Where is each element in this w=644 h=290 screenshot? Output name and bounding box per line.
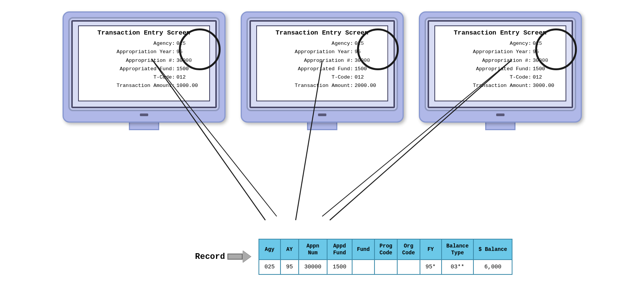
cell-fy: 95*	[420, 260, 442, 274]
monitors-row: Transaction Entry Screen Agency: 025 App…	[0, 0, 644, 130]
field-approp-fund-2: Appropriated Fund: 1500	[261, 65, 384, 73]
col-header-balance: $ Balance	[473, 239, 512, 260]
cell-balance: 6,000	[473, 260, 512, 274]
main-container: Transaction Entry Screen Agency: 025 App…	[0, 0, 644, 290]
col-header-ay: AY	[280, 239, 299, 260]
screen-title-3: Transaction Entry Screen	[439, 29, 562, 36]
monitor-button-2	[318, 113, 326, 116]
cell-appn-num: 30000	[299, 260, 327, 274]
screen-title-2: Transaction Entry Screen	[261, 29, 384, 36]
field-approp-year-1: Appropriation Year: 95	[83, 48, 205, 56]
screen-title-1: Transaction Entry Screen	[83, 29, 205, 36]
record-arrow	[227, 251, 251, 263]
monitor-stand-3	[485, 123, 516, 130]
field-agency-1: Agency: 025	[83, 39, 205, 48]
cell-org-code	[397, 260, 420, 274]
field-tcode-2: T-Code: 012	[261, 73, 384, 82]
col-header-prog-code: Prog Code	[374, 239, 397, 260]
field-trans-amount-3: Transaction Amount: 3000.00	[439, 82, 562, 90]
cell-agy: 025	[259, 260, 280, 274]
field-trans-amount-1: Transaction Amount: 1000.00	[83, 82, 205, 90]
field-approp-num-2: Appropriation #: 30000	[261, 57, 384, 65]
table-row: 025 95 30000 1500 95* 03** 6,000	[259, 260, 512, 274]
field-agency-2: Agency: 025	[261, 39, 384, 48]
field-approp-year-2: Appropriation Year: 95	[261, 48, 384, 56]
monitor-2: Transaction Entry Screen Agency: 025 App…	[241, 11, 404, 130]
col-header-appn-num: Appn Num	[299, 239, 327, 260]
col-header-appd-fund: Appd Fund	[327, 239, 352, 260]
cell-balance-type: 03**	[442, 260, 474, 274]
monitor-3: Transaction Entry Screen Agency: 025 App…	[419, 11, 582, 130]
field-approp-fund-1: Appropriated Fund: 1500	[83, 65, 205, 73]
table-section: Record Agy AY Appn Num Appd Fund Fund Pr…	[195, 239, 512, 275]
monitor-1: Transaction Entry Screen Agency: 025 App…	[63, 11, 226, 130]
cell-fund	[352, 260, 375, 274]
cell-ay: 95	[280, 260, 299, 274]
record-label: Record	[195, 251, 251, 263]
table-header-row: Agy AY Appn Num Appd Fund Fund Prog Code…	[259, 239, 512, 260]
col-header-fy: FY	[420, 239, 442, 260]
field-approp-num-1: Appropriation #: 30000	[83, 57, 205, 65]
monitor-button-1	[140, 113, 148, 116]
col-header-org-code: Org Code	[397, 239, 420, 260]
col-header-agy: Agy	[259, 239, 280, 260]
field-tcode-1: T-Code: 012	[83, 73, 205, 82]
field-approp-num-3: Appropriation #: 30000	[439, 57, 562, 65]
col-header-balance-type: Balance Type	[442, 239, 474, 260]
monitor-button-3	[496, 113, 505, 116]
col-header-fund: Fund	[352, 239, 375, 260]
field-trans-amount-2: Transaction Amount: 2000.00	[261, 82, 384, 90]
monitor-stand-2	[307, 123, 337, 130]
field-agency-3: Agency: 025	[439, 39, 562, 48]
cell-appd-fund: 1500	[327, 260, 352, 274]
field-approp-year-3: Appropriation Year: 95	[439, 48, 562, 56]
data-table: Agy AY Appn Num Appd Fund Fund Prog Code…	[259, 239, 512, 275]
field-tcode-3: T-Code: 012	[439, 73, 562, 82]
field-approp-fund-3: Appropriated Fund: 1500	[439, 65, 562, 73]
monitor-stand-1	[129, 123, 159, 130]
cell-prog-code	[374, 260, 397, 274]
